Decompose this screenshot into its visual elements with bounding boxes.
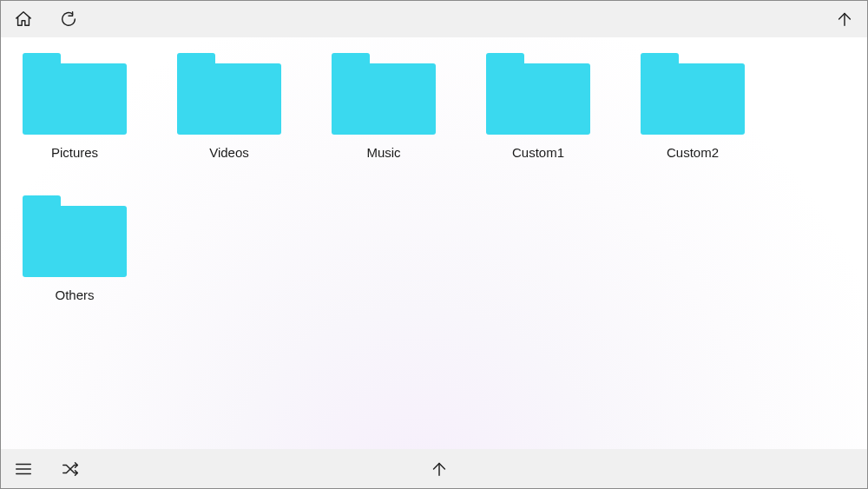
- refresh-button[interactable]: [56, 7, 81, 31]
- folder-label: Pictures: [51, 145, 98, 161]
- folder-icon: [23, 195, 127, 277]
- folder-label: Custom1: [512, 145, 564, 161]
- folder-label: Videos: [209, 145, 249, 161]
- up-button-bottom[interactable]: [427, 457, 451, 481]
- folder-icon: [332, 53, 436, 135]
- folder-icon: [641, 53, 745, 135]
- folder-label: Others: [55, 287, 94, 303]
- menu-icon: [14, 459, 33, 479]
- folder-custom1[interactable]: Custom1: [482, 53, 595, 161]
- folder-videos[interactable]: Videos: [173, 53, 286, 161]
- folder-label: Custom2: [667, 145, 719, 161]
- top-toolbar: [1, 1, 867, 37]
- folder-label: Music: [366, 145, 400, 161]
- folder-custom2[interactable]: Custom2: [636, 53, 749, 161]
- folder-icon: [23, 53, 127, 135]
- app-window: Pictures Videos Music Custom1: [0, 0, 868, 489]
- arrow-up-icon: [430, 459, 449, 479]
- bottom-toolbar: [1, 449, 867, 488]
- shuffle-button[interactable]: [58, 457, 82, 481]
- home-icon: [14, 10, 33, 29]
- folder-pictures[interactable]: Pictures: [18, 53, 131, 161]
- content-area: Pictures Videos Music Custom1: [1, 37, 867, 449]
- refresh-icon: [59, 10, 78, 29]
- folder-icon: [177, 53, 281, 135]
- folder-icon: [486, 53, 590, 135]
- shuffle-icon: [61, 459, 80, 479]
- up-button-top[interactable]: [832, 7, 857, 31]
- arrow-up-icon: [835, 10, 854, 29]
- menu-button[interactable]: [11, 457, 36, 481]
- folder-grid: Pictures Videos Music Custom1: [18, 53, 850, 303]
- home-button[interactable]: [11, 7, 36, 31]
- folder-others[interactable]: Others: [18, 195, 131, 303]
- folder-music[interactable]: Music: [327, 53, 440, 161]
